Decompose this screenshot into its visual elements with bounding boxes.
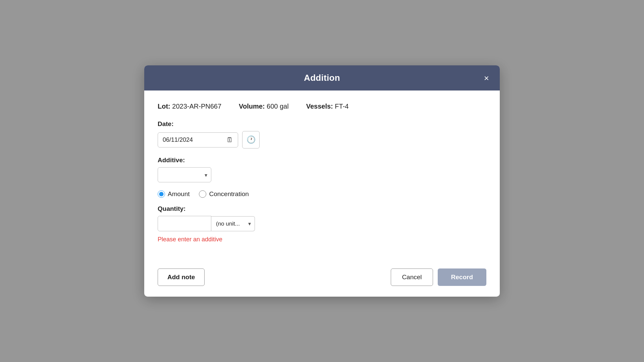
date-input-wrapper: 🗓 (158, 132, 238, 147)
date-group: Date: 🗓 🕐 (158, 120, 486, 148)
date-input[interactable] (163, 136, 226, 143)
time-button[interactable]: 🕐 (242, 131, 260, 148)
action-buttons: Cancel Record (391, 268, 486, 286)
vessels-value: FT-4 (335, 103, 348, 110)
additive-select-wrapper: ▾ (158, 167, 211, 182)
additive-label: Additive: (158, 157, 486, 164)
quantity-input[interactable] (158, 216, 211, 231)
date-row: 🗓 🕐 (158, 131, 486, 148)
amount-label: Amount (168, 190, 190, 198)
quantity-row: (no unit... ▾ (158, 216, 486, 231)
dialog-title: Addition (304, 73, 340, 83)
concentration-label: Concentration (209, 190, 249, 198)
dialog-header: Addition × (144, 65, 500, 90)
calendar-icon[interactable]: 🗓 (226, 136, 233, 144)
unit-select[interactable]: (no unit... (211, 216, 255, 231)
date-label: Date: (158, 120, 486, 128)
additive-group: Additive: ▾ (158, 157, 486, 182)
cancel-button[interactable]: Cancel (391, 268, 433, 286)
radio-row: Amount Concentration (158, 190, 486, 198)
lot-label: Lot: (158, 103, 170, 110)
dialog-footer: Add note Cancel Record (144, 262, 500, 297)
vessels-label: Vessels: (306, 103, 333, 110)
lot-value: 2023-AR-PN667 (172, 103, 221, 110)
additive-select[interactable] (158, 167, 211, 182)
amount-radio[interactable] (158, 190, 165, 198)
amount-radio-label[interactable]: Amount (158, 190, 190, 198)
clock-icon: 🕐 (247, 135, 256, 144)
add-note-button[interactable]: Add note (158, 268, 205, 286)
quantity-group: Quantity: (no unit... ▾ Please enter an … (158, 205, 486, 243)
error-message: Please enter an additive (158, 236, 486, 243)
volume-value: 600 gal (267, 103, 289, 110)
dialog-body: Lot: 2023-AR-PN667 Volume: 600 gal Vesse… (144, 90, 500, 262)
quantity-label: Quantity: (158, 205, 486, 213)
addition-dialog: Addition × Lot: 2023-AR-PN667 Volume: 60… (144, 65, 500, 297)
vessels-info: Vessels: FT-4 (306, 103, 349, 110)
concentration-radio[interactable] (199, 190, 206, 198)
record-button[interactable]: Record (438, 268, 486, 286)
volume-info: Volume: 600 gal (239, 103, 289, 110)
modal-overlay: Addition × Lot: 2023-AR-PN667 Volume: 60… (0, 0, 644, 362)
info-row: Lot: 2023-AR-PN667 Volume: 600 gal Vesse… (158, 103, 486, 110)
unit-select-wrapper: (no unit... ▾ (211, 216, 255, 231)
concentration-radio-label[interactable]: Concentration (199, 190, 249, 198)
volume-label: Volume: (239, 103, 265, 110)
close-button[interactable]: × (483, 72, 490, 84)
lot-info: Lot: 2023-AR-PN667 (158, 103, 221, 110)
